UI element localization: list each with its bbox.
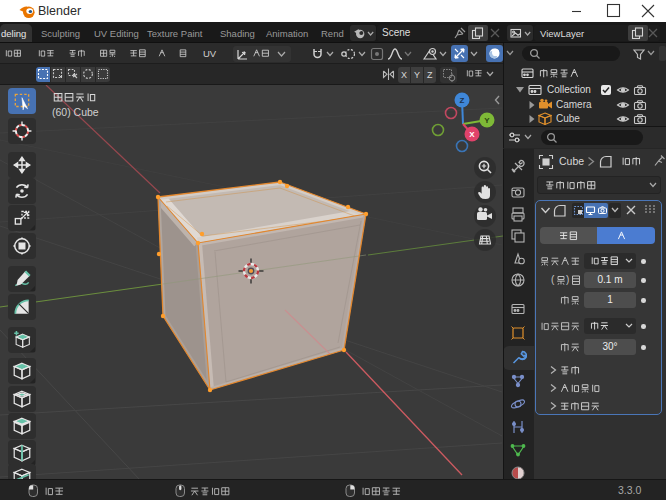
svg-text:Z: Z xyxy=(460,96,465,105)
svg-text:Y: Y xyxy=(484,116,490,125)
svg-text:X: X xyxy=(469,130,475,139)
